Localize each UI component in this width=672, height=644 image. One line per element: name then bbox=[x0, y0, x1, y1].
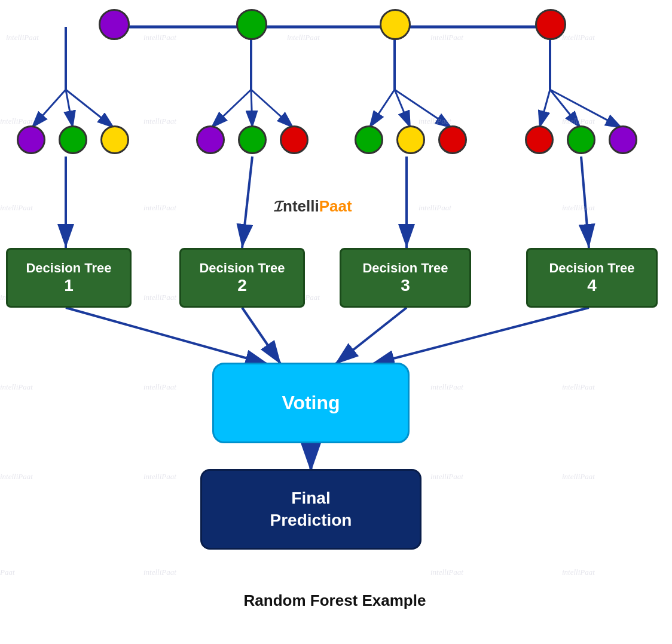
watermark: intelliPaat bbox=[6, 33, 39, 42]
svg-line-30 bbox=[371, 308, 589, 364]
watermark: intelliPaat bbox=[0, 472, 33, 482]
svg-line-13 bbox=[251, 90, 252, 128]
l2-circle-1-yellow bbox=[100, 125, 129, 154]
watermark: intelliPaat bbox=[0, 382, 33, 392]
watermark: intelliPaat bbox=[0, 116, 33, 126]
decision-tree-3: Decision Tree 3 bbox=[340, 248, 471, 308]
watermark: intelliPaat bbox=[562, 116, 595, 126]
svg-line-28 bbox=[242, 308, 281, 364]
l2-circle-4-purple bbox=[609, 125, 637, 154]
top-circle-purple bbox=[99, 9, 130, 40]
top-circle-yellow bbox=[380, 9, 411, 40]
l2-circle-2-red bbox=[280, 125, 308, 154]
watermark: intelliPaat bbox=[419, 203, 451, 213]
watermark: intelliPaat bbox=[430, 472, 463, 482]
watermark: intelliPaat bbox=[287, 33, 320, 42]
watermark: intelliPaat bbox=[430, 33, 463, 42]
l2-circle-1-purple bbox=[17, 125, 45, 154]
watermark: intelliPaat bbox=[143, 116, 176, 126]
svg-line-10 bbox=[66, 90, 115, 128]
watermark: intelliPaat bbox=[143, 568, 176, 577]
svg-line-29 bbox=[335, 308, 407, 364]
svg-line-20 bbox=[539, 90, 550, 128]
watermark: intelliPaat bbox=[143, 293, 176, 302]
watermark: intelliPaat bbox=[143, 33, 176, 42]
l2-circle-3-red bbox=[438, 125, 467, 154]
svg-line-27 bbox=[66, 308, 269, 364]
l2-circle-1-green bbox=[59, 125, 87, 154]
watermark: intelliPaat bbox=[562, 203, 595, 213]
top-circle-red bbox=[535, 9, 566, 40]
watermark: intelliPaat bbox=[143, 203, 176, 213]
watermark: intelliPaat bbox=[430, 382, 463, 392]
voting-box: Voting bbox=[212, 363, 410, 443]
svg-line-22 bbox=[550, 90, 623, 128]
watermark: intelliPaat bbox=[419, 116, 451, 126]
svg-line-17 bbox=[395, 90, 411, 128]
watermark: intelliPaat bbox=[430, 568, 463, 577]
watermark: intelliPaat bbox=[562, 33, 595, 42]
decision-tree-2: Decision Tree 2 bbox=[179, 248, 305, 308]
decision-tree-1: Decision Tree 1 bbox=[6, 248, 132, 308]
l2-circle-3-green bbox=[355, 125, 383, 154]
l2-circle-2-green bbox=[238, 125, 267, 154]
svg-line-14 bbox=[251, 90, 294, 128]
l2-circle-4-red bbox=[525, 125, 554, 154]
l2-circle-4-green bbox=[567, 125, 595, 154]
svg-line-21 bbox=[550, 90, 581, 128]
svg-line-24 bbox=[242, 157, 252, 248]
l2-circle-2-purple bbox=[196, 125, 225, 154]
watermark: intelliPaat bbox=[562, 382, 595, 392]
watermark: Paat bbox=[0, 568, 15, 577]
svg-line-16 bbox=[369, 90, 395, 128]
svg-line-18 bbox=[395, 90, 453, 128]
bottom-title: Random Forest Example bbox=[179, 591, 490, 610]
l2-circle-3-yellow bbox=[396, 125, 425, 154]
watermark: intelliPaat bbox=[143, 472, 176, 482]
watermark: intelliPaat bbox=[562, 568, 595, 577]
watermark: intelliPaat bbox=[0, 203, 33, 213]
svg-line-26 bbox=[581, 157, 589, 248]
svg-line-12 bbox=[210, 90, 251, 128]
svg-line-8 bbox=[31, 90, 66, 128]
top-circle-green bbox=[236, 9, 267, 40]
svg-line-9 bbox=[66, 90, 73, 128]
watermark: intelliPaat bbox=[143, 382, 176, 392]
watermark: intelliPaat bbox=[562, 472, 595, 482]
final-prediction-box: Final Prediction bbox=[200, 469, 421, 550]
decision-tree-4: Decision Tree 4 bbox=[526, 248, 658, 308]
intellipaat-logo: 𝓘ntelliPaat bbox=[274, 197, 352, 216]
diagram-container: intelliPaat intelliPaat intelliPaat inte… bbox=[0, 0, 672, 644]
